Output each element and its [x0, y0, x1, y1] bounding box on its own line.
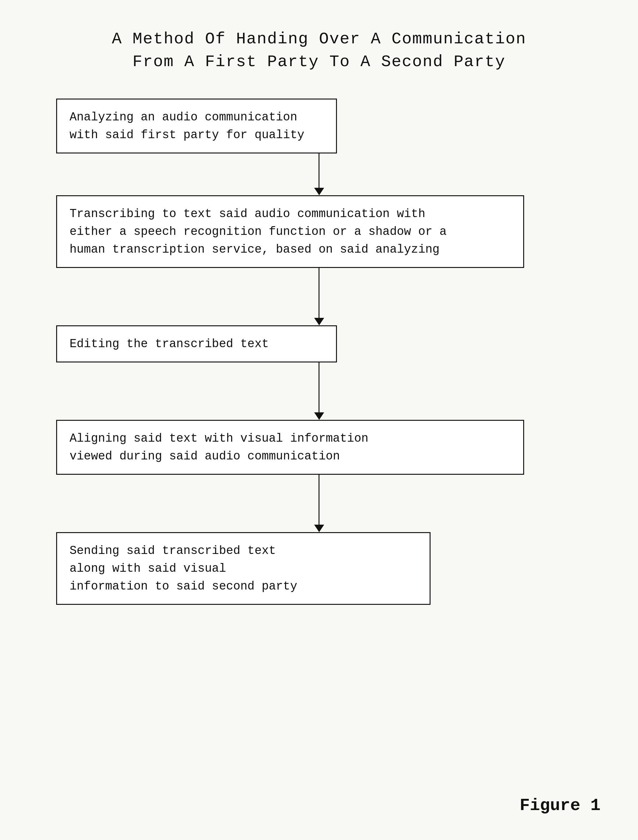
flow-step-2: 14 Transcribing to text said audio commu… [56, 195, 582, 268]
step4-box: Aligning said text with visual informati… [56, 420, 524, 475]
connector-line-4 [319, 475, 319, 525]
step1-text: Analyzing an audio communicationwith sai… [69, 111, 305, 142]
step5-text: Sending said transcribed textalong with … [69, 544, 297, 593]
step5-row: 22 Sending said transcribed textalong wi… [56, 532, 582, 605]
page: A Method Of Handing Over A Communication… [0, 0, 638, 840]
title-block: A Method Of Handing Over A Communication… [25, 28, 613, 74]
step1-box: Analyzing an audio communicationwith sai… [56, 99, 337, 153]
flowchart: 12 Analyzing an audio communicationwith … [25, 99, 613, 605]
figure-label: Figure 1 [520, 796, 600, 815]
connector-2-3 [314, 268, 324, 325]
connector-3-4 [314, 362, 324, 420]
step1-row: 12 Analyzing an audio communicationwith … [56, 99, 582, 153]
step2-text: Transcribing to text said audio communic… [69, 207, 447, 256]
connector-arrow-1 [314, 188, 324, 195]
step4-row: 20 Aligning said text with visual inform… [56, 420, 582, 475]
step5-box: Sending said transcribed textalong with … [56, 532, 431, 605]
title-line2: From A First Party To A Second Party [25, 51, 613, 74]
connector-line-2 [319, 268, 319, 318]
connector-arrow-4 [314, 525, 324, 532]
step2-row: 14 Transcribing to text said audio commu… [56, 195, 582, 268]
connector-arrow-2 [314, 318, 324, 325]
step2-box: Transcribing to text said audio communic… [56, 195, 524, 268]
step3-box: Editing the transcribed text [56, 325, 337, 362]
connector-arrow-3 [314, 412, 324, 420]
step4-text: Aligning said text with visual informati… [69, 432, 368, 463]
flow-step-1: 12 Analyzing an audio communicationwith … [56, 99, 582, 153]
connector-4-5 [314, 475, 324, 532]
connector-line-1 [319, 153, 319, 188]
connector-line-3 [319, 362, 319, 412]
flow-step-3: 16 Editing the transcribed text [56, 325, 582, 362]
flow-step-4: 20 Aligning said text with visual inform… [56, 420, 582, 475]
connector-1-2 [314, 153, 324, 195]
step3-row: 16 Editing the transcribed text [56, 325, 582, 362]
step3-text: Editing the transcribed text [69, 337, 269, 351]
title-line1: A Method Of Handing Over A Communication [25, 28, 613, 51]
flow-step-5: 22 Sending said transcribed textalong wi… [56, 532, 582, 605]
